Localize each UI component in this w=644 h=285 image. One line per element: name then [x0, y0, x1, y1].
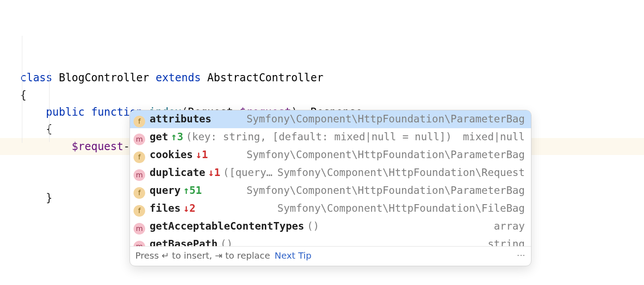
completion-item-type: Symfony\Component\HttpFoundation\FileBag — [277, 200, 525, 217]
completion-item-type: mixed|null — [463, 129, 525, 146]
keyword-class: class — [20, 71, 52, 84]
completion-item-signature: () — [307, 218, 319, 235]
completion-item-name: attributes — [150, 111, 211, 128]
field-badge-icon: f — [134, 151, 145, 163]
field-badge-icon: f — [134, 187, 145, 199]
completion-item-type: Symfony\Component\HttpFoundation\Paramet… — [247, 111, 525, 128]
completion-popup[interactable]: fattributesSymfony\Component\HttpFoundat… — [130, 110, 531, 266]
brace-open: { — [20, 89, 26, 101]
completion-item-signature: () — [220, 236, 233, 246]
footer-hint: Press ↵ to insert, ⇥ to replace — [135, 248, 270, 263]
method-badge-icon: m — [134, 134, 145, 145]
next-tip-link[interactable]: Next Tip — [275, 248, 312, 263]
method-badge-icon: m — [134, 169, 145, 181]
completion-item-name: duplicate — [150, 164, 205, 181]
method-badge-icon: m — [134, 223, 145, 235]
tab-key-icon: ⇥ — [215, 250, 222, 261]
completion-item-query[interactable]: fquery↑51Symfony\Component\HttpFoundatio… — [130, 182, 531, 200]
completion-item-name: cookies — [150, 147, 193, 163]
rank-down-icon: ↓2 — [183, 200, 196, 217]
method-badge-icon: m — [134, 241, 145, 246]
completion-item-type: Symfony\Component\HttpFoundation\Request — [277, 164, 525, 181]
super-class: AbstractController — [207, 71, 323, 84]
rank-up-icon: ↑3 — [171, 129, 184, 146]
completion-item-name: getAcceptableContentTypes — [150, 218, 304, 235]
completion-item-name: getBasePath — [150, 236, 217, 246]
completion-item-name: files — [150, 200, 180, 217]
expr-variable: $request — [72, 140, 124, 153]
completion-item-duplicate[interactable]: mduplicate↓1 ([query:…Symfony\Component\… — [130, 164, 531, 182]
more-menu-icon[interactable]: ⋮ — [514, 251, 528, 260]
completion-item-name: query — [150, 182, 180, 199]
completion-item-signature: (key: string, [default: mixed|null = nul… — [186, 129, 452, 146]
completion-list[interactable]: fattributesSymfony\Component\HttpFoundat… — [130, 110, 531, 246]
completion-item-type: array — [494, 218, 525, 235]
enter-key-icon: ↵ — [162, 250, 169, 261]
indent-guide-2 — [49, 71, 50, 142]
completion-item-name: get — [150, 129, 168, 146]
rank-down-icon: ↓1 — [208, 164, 221, 181]
completion-item-type: Symfony\Component\HttpFoundation\Paramet… — [247, 182, 525, 199]
completion-item-type: string — [488, 236, 525, 246]
field-badge-icon: f — [134, 116, 145, 127]
completion-item-getBasePath[interactable]: mgetBasePath ()string — [130, 235, 531, 246]
keyword-extends: extends — [155, 71, 201, 84]
completion-item-get[interactable]: mget↑3 (key: string, [default: mixed|nul… — [130, 128, 531, 146]
completion-item-cookies[interactable]: fcookies↓1Symfony\Component\HttpFoundati… — [130, 146, 531, 164]
field-badge-icon: f — [134, 205, 145, 217]
keyword-public: public — [46, 106, 85, 118]
completion-item-attributes[interactable]: fattributesSymfony\Component\HttpFoundat… — [130, 110, 531, 128]
class-name: BlogController — [59, 71, 149, 84]
rank-down-icon: ↓1 — [196, 147, 208, 163]
rank-up-icon: ↑51 — [183, 182, 202, 199]
completion-item-signature: ([query:… — [223, 164, 274, 181]
completion-item-getAcceptableContentTypes[interactable]: mgetAcceptableContentTypes ()array — [130, 218, 531, 235]
completion-item-files[interactable]: ffiles↓2Symfony\Component\HttpFoundation… — [130, 200, 531, 218]
completion-footer: Press ↵ to insert, ⇥ to replace Next Tip… — [130, 246, 531, 266]
completion-item-type: Symfony\Component\HttpFoundation\Paramet… — [247, 147, 525, 163]
indent-guide-1 — [22, 36, 22, 143]
fn-brace-close: } — [46, 192, 52, 204]
